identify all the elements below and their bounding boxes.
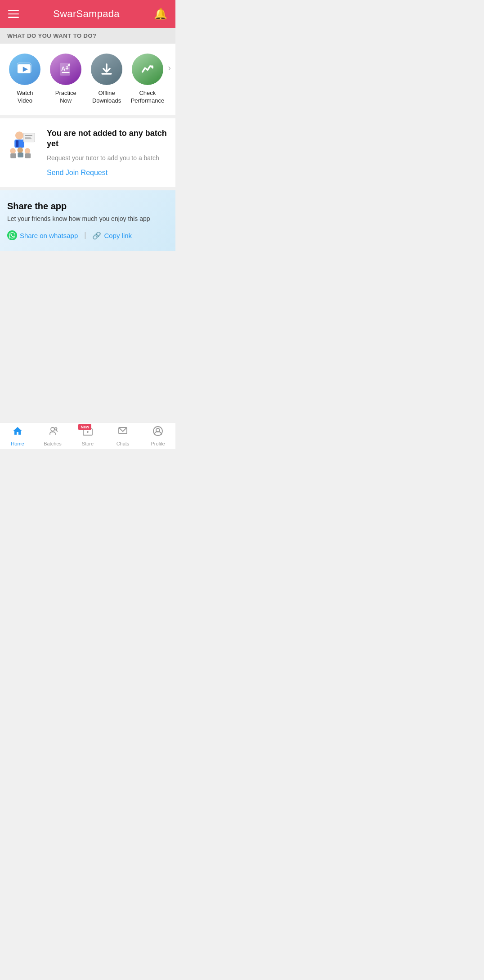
action-check-performance[interactable]: CheckPerformance — [127, 54, 168, 105]
svg-point-14 — [10, 148, 16, 154]
check-performance-label: CheckPerformance — [131, 90, 164, 105]
svg-rect-15 — [10, 153, 16, 158]
nav-batches-label: Batches — [44, 441, 62, 446]
whatsapp-icon — [7, 230, 17, 240]
nav-store-label: Store — [82, 441, 94, 446]
svg-rect-8 — [14, 139, 24, 148]
home-icon — [12, 426, 23, 439]
check-performance-icon — [132, 54, 163, 85]
nav-store[interactable]: New Store — [70, 423, 105, 449]
share-description: Let your friends know how much you enjoy… — [7, 215, 168, 222]
svg-point-16 — [18, 147, 23, 153]
batch-info: You are not added to any batch yet Reque… — [47, 128, 168, 177]
link-icon: 🔗 — [92, 231, 101, 240]
copy-link-button[interactable]: 🔗 Copy link — [92, 231, 132, 240]
share-section: Share the app Let your friends know how … — [0, 190, 175, 251]
action-offline-downloads[interactable]: OfflineDownloads — [86, 54, 127, 105]
svg-point-20 — [51, 427, 54, 431]
nav-chats[interactable]: Chats — [105, 423, 140, 449]
profile-icon — [152, 426, 163, 439]
share-whatsapp-button[interactable]: Share on whatsapp — [7, 230, 78, 240]
svg-rect-17 — [18, 153, 23, 157]
watch-video-icon — [9, 54, 40, 85]
batches-icon — [47, 426, 58, 439]
share-divider: | — [84, 231, 86, 239]
actions-row: WatchVideo A+ PracticeNow OfflineDownloa… — [0, 44, 175, 115]
notification-bell[interactable]: 🔔 — [154, 8, 167, 20]
nav-home[interactable]: Home — [0, 423, 35, 449]
share-title: Share the app — [7, 201, 168, 211]
svg-point-26 — [153, 427, 162, 436]
action-watch-video[interactable]: WatchVideo — [4, 54, 45, 105]
store-new-badge: New — [78, 424, 91, 430]
batch-title: You are not added to any batch yet — [47, 128, 168, 149]
svg-point-7 — [15, 131, 23, 139]
nav-profile-label: Profile — [151, 441, 165, 446]
nav-chats-label: Chats — [117, 441, 130, 446]
svg-point-18 — [25, 148, 31, 154]
app-header: SwarSampada 🔔 — [0, 0, 175, 28]
menu-button[interactable] — [8, 10, 19, 18]
share-actions: Share on whatsapp | 🔗 Copy link — [7, 230, 168, 240]
svg-rect-19 — [25, 153, 31, 158]
send-join-request-link[interactable]: Send Join Request — [47, 169, 108, 176]
empty-content-area — [0, 251, 175, 422]
practice-now-icon: A+ — [50, 54, 81, 85]
app-title: SwarSampada — [53, 8, 120, 20]
chats-icon — [117, 426, 128, 439]
svg-rect-10 — [23, 133, 35, 142]
action-practice-now[interactable]: A+ PracticeNow — [45, 54, 86, 105]
copy-link-label: Copy link — [104, 232, 132, 239]
share-whatsapp-label: Share on whatsapp — [20, 232, 78, 239]
nav-profile[interactable]: Profile — [140, 423, 175, 449]
nav-home-label: Home — [11, 441, 24, 446]
bottom-navigation: Home Batches New Store — [0, 422, 175, 449]
offline-downloads-label: OfflineDownloads — [92, 90, 121, 105]
batch-description: Request your tutor to add you to a batch — [47, 154, 168, 163]
chevron-right-icon[interactable]: › — [168, 54, 171, 73]
section-label: WHAT DO YOU WANT TO DO? — [0, 28, 175, 44]
offline-downloads-icon — [91, 54, 122, 85]
nav-batches[interactable]: Batches — [35, 423, 70, 449]
batch-section: You are not added to any batch yet Reque… — [0, 118, 175, 187]
svg-rect-9 — [16, 140, 18, 147]
watch-video-label: WatchVideo — [17, 90, 33, 105]
practice-now-label: PracticeNow — [55, 90, 76, 105]
svg-point-21 — [55, 427, 57, 430]
batch-illustration — [7, 128, 40, 161]
